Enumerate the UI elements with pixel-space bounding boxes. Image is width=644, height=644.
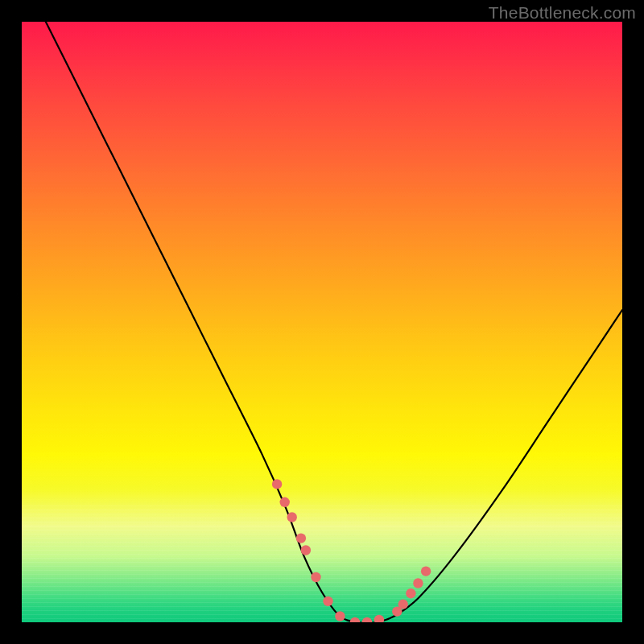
highlight-dot (311, 572, 320, 582)
bottleneck-curve-path (46, 22, 622, 622)
highlight-dot (272, 479, 282, 489)
highlight-dot (301, 545, 311, 555)
chart-frame: TheBottleneck.com (0, 0, 644, 644)
curve-layer (22, 22, 622, 622)
highlight-dot (406, 588, 415, 598)
highlight-dot (362, 617, 372, 622)
highlight-dot (413, 578, 423, 588)
highlight-dots-group (272, 479, 431, 622)
highlight-dot (350, 617, 360, 622)
highlight-dot (323, 597, 332, 606)
highlight-dot (335, 611, 345, 621)
highlight-dot (374, 615, 384, 622)
highlight-dot (280, 497, 290, 507)
watermark-text: TheBottleneck.com (489, 3, 636, 23)
highlight-dot (421, 566, 431, 576)
highlight-dot (398, 599, 408, 609)
plot-area (22, 22, 622, 622)
highlight-dot (296, 533, 306, 543)
highlight-dot (287, 512, 297, 522)
